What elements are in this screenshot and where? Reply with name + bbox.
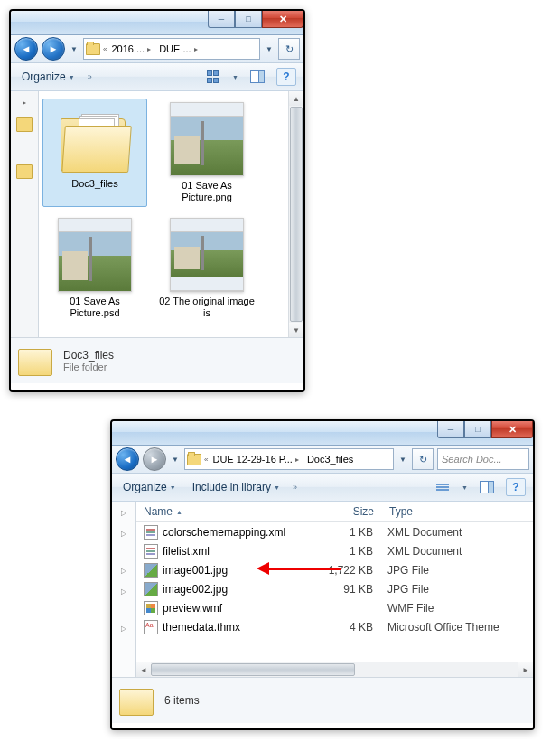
back-button[interactable]: ◄ xyxy=(116,447,139,471)
maximize-button[interactable]: □ xyxy=(464,421,491,438)
close-button[interactable]: ✕ xyxy=(491,421,533,438)
back-button[interactable]: ◄ xyxy=(14,37,38,61)
file-row[interactable]: image002.jpg 91 KB JPG File xyxy=(136,579,533,598)
libraries-icon[interactable] xyxy=(16,164,33,179)
explorer-window-details: ─ □ ✕ ◄ ► ▼ « DUE 12-29-16 P... ▸ Doc3_f… xyxy=(110,419,535,730)
expand-icon[interactable]: ▷ xyxy=(121,530,126,538)
scroll-right-icon[interactable]: ► xyxy=(518,662,533,677)
help-button[interactable]: ? xyxy=(506,478,526,496)
breadcrumb-segment[interactable]: Doc3_files xyxy=(305,454,357,465)
file-row[interactable]: filelist.xml 1 KB XML Document xyxy=(136,541,533,560)
view-mode-dropdown[interactable]: ▼ xyxy=(232,74,238,80)
details-pane: 6 items xyxy=(112,677,533,723)
preview-pane-button[interactable] xyxy=(477,478,497,496)
file-rows[interactable]: colorschememapping.xml 1 KB XML Document… xyxy=(136,522,533,662)
minimize-button[interactable]: ─ xyxy=(437,421,464,438)
toolbar: Organize ▼ Include in library ▼ » ▼ ? xyxy=(112,474,533,502)
file-type: XML Document xyxy=(380,545,533,558)
favorites-icon[interactable] xyxy=(16,117,33,132)
include-library-button[interactable]: Include in library ▼ xyxy=(189,479,284,495)
file-item[interactable]: 01 Save As Picture.psd xyxy=(42,214,147,323)
refresh-button[interactable]: ↻ xyxy=(278,38,300,60)
nav-pane[interactable]: ▷ ▷ ▷ ▷ ▷ xyxy=(112,502,136,677)
nav-pane[interactable]: ▸ xyxy=(11,91,39,337)
toolbar-overflow[interactable]: » xyxy=(88,72,92,81)
content-area: ▷ ▷ ▷ ▷ ▷ Name ▲ Size Type colorschemema… xyxy=(112,502,533,677)
scroll-thumb[interactable] xyxy=(290,107,303,322)
file-row[interactable]: colorschememapping.xml 1 KB XML Document xyxy=(136,522,533,541)
file-name: themedata.thmx xyxy=(163,621,240,634)
window-controls: ─ □ ✕ xyxy=(208,11,303,28)
item-label: 02 The original image is xyxy=(158,296,256,319)
maximize-button[interactable]: □ xyxy=(235,11,262,28)
address-dropdown[interactable]: ▼ xyxy=(397,450,408,468)
history-dropdown[interactable]: ▼ xyxy=(69,40,79,58)
scroll-down-icon[interactable]: ▼ xyxy=(289,323,303,337)
explorer-window-tiles: ─ □ ✕ ◄ ► ▼ « 2016 ... ▸ DUE ... ▸ ▼ ↻ O… xyxy=(9,9,305,392)
folder-item[interactable]: Doc3_files xyxy=(42,99,147,207)
column-headers: Name ▲ Size Type xyxy=(136,502,533,522)
column-size[interactable]: Size xyxy=(307,505,382,518)
refresh-button[interactable]: ↻ xyxy=(412,448,434,470)
titlebar[interactable]: ─ □ ✕ xyxy=(11,11,303,35)
file-size: 1,722 KB xyxy=(306,564,380,577)
column-type[interactable]: Type xyxy=(382,505,533,518)
organize-button[interactable]: Organize ▼ xyxy=(119,479,180,495)
thumbnail xyxy=(170,102,244,176)
toolbar-overflow[interactable]: » xyxy=(293,483,297,492)
status-text: Doc3_files File folder xyxy=(63,349,114,372)
titlebar[interactable]: ─ □ ✕ xyxy=(112,421,533,446)
file-item[interactable]: 01 Save As Picture.png xyxy=(154,99,259,207)
folder-icon xyxy=(59,102,131,174)
horizontal-scrollbar[interactable]: ◄ ► xyxy=(136,662,533,677)
breadcrumb-segment[interactable]: DUE ... ▸ xyxy=(157,43,201,54)
scroll-thumb[interactable] xyxy=(151,663,355,676)
view-mode-dropdown[interactable]: ▼ xyxy=(462,484,468,491)
address-bar[interactable]: « 2016 ... ▸ DUE ... ▸ xyxy=(83,38,260,60)
file-row[interactable]: themedata.thmx 4 KB Microsoft Office The… xyxy=(136,617,533,636)
file-type: JPG File xyxy=(380,583,533,596)
breadcrumb-segment[interactable]: 2016 ... ▸ xyxy=(109,43,154,54)
image-file-icon xyxy=(144,563,158,578)
scroll-up-icon[interactable]: ▲ xyxy=(289,91,303,106)
expand-icon[interactable]: ▷ xyxy=(121,587,126,596)
preview-pane-button[interactable] xyxy=(247,68,267,86)
organize-button[interactable]: Organize ▼ xyxy=(18,69,79,85)
folder-icon xyxy=(86,43,100,55)
collapse-icon[interactable]: ▸ xyxy=(23,99,26,107)
file-row[interactable]: preview.wmf WMF File xyxy=(136,598,533,617)
file-size: 91 KB xyxy=(306,583,380,596)
view-mode-button[interactable] xyxy=(203,68,223,86)
minimize-button[interactable]: ─ xyxy=(208,11,235,28)
file-type: WMF File xyxy=(380,602,533,615)
expand-icon[interactable]: ▷ xyxy=(121,625,126,633)
item-label: Doc3_files xyxy=(46,178,144,190)
file-name: image002.jpg xyxy=(163,583,228,596)
items-pane[interactable]: Doc3_files 01 Save As Picture.png 01 Sav… xyxy=(39,91,303,337)
view-mode-button[interactable] xyxy=(433,478,453,496)
vertical-scrollbar[interactable]: ▲ ▼ xyxy=(288,91,303,337)
expand-icon[interactable]: ▷ xyxy=(121,509,126,517)
sort-asc-icon: ▲ xyxy=(176,509,182,515)
navbar: ◄ ► ▼ « 2016 ... ▸ DUE ... ▸ ▼ ↻ xyxy=(11,35,303,63)
address-dropdown[interactable]: ▼ xyxy=(264,40,275,58)
address-bar[interactable]: « DUE 12-29-16 P... ▸ Doc3_files xyxy=(184,448,394,470)
search-input[interactable]: Search Doc... xyxy=(437,448,529,470)
folder-icon xyxy=(18,345,54,376)
close-button[interactable]: ✕ xyxy=(262,11,303,28)
wmf-file-icon xyxy=(144,601,158,615)
thmx-file-icon xyxy=(144,620,158,634)
column-name[interactable]: Name ▲ xyxy=(136,505,307,518)
history-dropdown[interactable]: ▼ xyxy=(170,450,181,468)
forward-button[interactable]: ► xyxy=(42,37,65,61)
help-button[interactable]: ? xyxy=(276,68,296,86)
forward-button[interactable]: ► xyxy=(143,447,166,471)
file-item[interactable]: 02 The original image is xyxy=(154,214,259,323)
chevron-left-icon: « xyxy=(204,456,208,464)
xml-file-icon xyxy=(144,544,158,559)
file-row[interactable]: image001.jpg 1,722 KB JPG File xyxy=(136,560,533,579)
expand-icon[interactable]: ▷ xyxy=(121,567,126,575)
scroll-left-icon[interactable]: ◄ xyxy=(136,662,151,677)
item-label: 01 Save As Picture.psd xyxy=(46,296,144,319)
breadcrumb-segment[interactable]: DUE 12-29-16 P... ▸ xyxy=(210,454,302,465)
